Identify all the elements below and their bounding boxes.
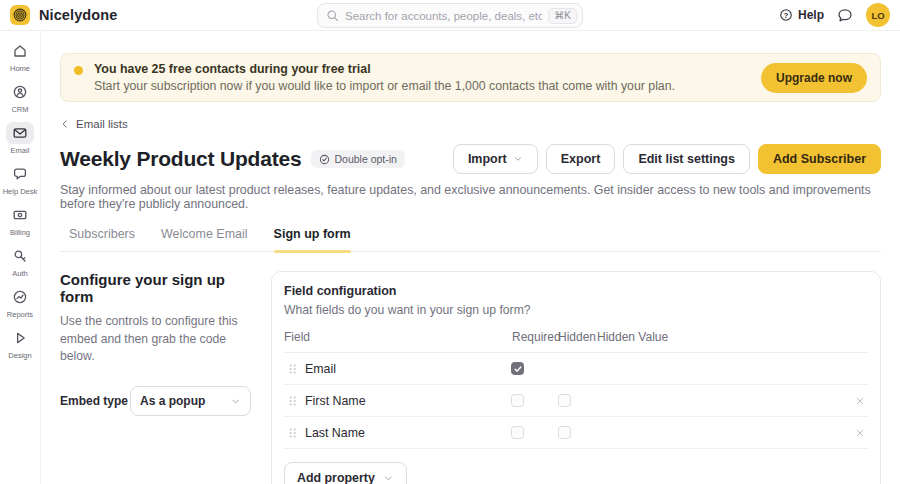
help-label: Help [798,8,824,22]
tab-subscribers[interactable]: Subscribers [69,227,135,251]
double-opt-in-badge: Double opt-in [311,150,404,168]
import-button[interactable]: Import [453,144,538,174]
help-desk-icon [12,166,28,182]
configure-description: Use the controls to configure this embed… [60,313,251,366]
upgrade-now-button[interactable]: Upgrade now [761,63,867,93]
checkbox-checked[interactable] [511,362,524,375]
field-config-title: Field configuration [284,284,868,298]
sidebar: Home CRM Email Help Desk Billing Auth Re… [0,31,41,484]
help-button[interactable]: ? Help [779,8,824,22]
field-row-last-name: Last Name [284,417,868,449]
banner-title: You have 25 free contacts during your fr… [94,62,750,76]
top-bar-right: ? Help LO [779,3,890,27]
main-content: You have 25 free contacts during your fr… [41,31,900,484]
sidebar-item-design[interactable]: Design [0,327,40,360]
chevron-left-icon [60,119,70,129]
email-icon [12,125,28,141]
banner-body: Start your subscription now if you would… [94,79,750,93]
embed-type-label: Embed type [60,394,128,408]
add-property-button[interactable]: Add property [284,462,407,484]
app-name: Nicelydone [39,7,117,23]
column-header-hidden: Hidden [552,330,597,344]
list-actions: Import Export Edit list settings Add Sub… [453,144,881,174]
search-field[interactable] [345,10,542,22]
chevron-down-icon [230,396,241,407]
chevron-down-icon [383,473,394,484]
list-description: Stay informed about our latest product r… [60,183,881,211]
tab-sign-up-form[interactable]: Sign up form [274,227,351,251]
reports-icon [12,289,28,305]
help-icon: ? [779,8,793,22]
field-row-email: Email [284,353,868,385]
crm-icon [12,84,28,100]
design-icon [12,330,28,346]
search-icon [326,9,339,22]
warning-dot-icon [74,66,83,75]
sidebar-item-home[interactable]: Home [0,40,40,73]
edit-list-settings-button[interactable]: Edit list settings [623,144,750,174]
add-subscriber-button[interactable]: Add Subscriber [758,144,881,174]
page-title: Weekly Product Updates [60,147,301,171]
field-row-first-name: First Name [284,385,868,417]
export-button[interactable]: Export [546,144,616,174]
checkbox-unchecked[interactable] [511,394,524,407]
remove-field-icon[interactable] [854,395,866,407]
back-link-email-lists[interactable]: Email lists [60,118,128,130]
chevron-down-icon [513,154,523,164]
remove-field-icon[interactable] [854,427,866,439]
chat-icon[interactable] [837,7,853,23]
drag-handle-icon[interactable] [287,426,298,440]
column-header-field: Field [284,330,505,344]
trial-banner: You have 25 free contacts during your fr… [60,53,881,102]
checkbox-unchecked[interactable] [558,394,571,407]
tab-bar: SubscribersWelcome EmailSign up form [60,227,881,252]
checkbox-unchecked[interactable] [558,426,571,439]
sidebar-item-help-desk[interactable]: Help Desk [0,163,40,196]
top-bar: Nicelydone ⌘K ? Help LO [0,0,900,31]
embed-type-select[interactable]: As a popup [130,386,251,416]
sidebar-item-reports[interactable]: Reports [0,286,40,319]
home-icon [12,43,28,59]
drag-handle-icon[interactable] [287,362,298,376]
app-logo-icon[interactable] [10,5,30,25]
billing-icon [12,207,28,223]
field-config-subtitle: What fields do you want in your sign up … [284,303,868,317]
search-shortcut-badge: ⌘K [548,8,577,24]
field-name: Last Name [305,426,505,440]
field-name: First Name [305,394,505,408]
field-name: Email [305,362,505,376]
title-row: Weekly Product Updates Double opt-in Imp… [60,144,881,174]
checkbox-unchecked[interactable] [511,426,524,439]
field-table-header: Field Required Hidden Hidden Value [284,330,868,353]
search-input[interactable]: ⌘K [317,3,583,28]
check-circle-icon [319,154,330,165]
sidebar-item-billing[interactable]: Billing [0,204,40,237]
field-configuration-card: Field configuration What fields do you w… [271,271,881,484]
configure-title: Configure your sign up form [60,271,251,305]
column-header-required: Required [505,330,552,344]
sidebar-item-email[interactable]: Email [0,122,40,155]
sidebar-item-auth[interactable]: Auth [0,245,40,278]
column-header-hidden-value: Hidden Value [597,330,846,344]
avatar[interactable]: LO [866,3,890,27]
sidebar-item-crm[interactable]: CRM [0,81,40,114]
svg-text:?: ? [784,11,789,20]
tab-welcome-email[interactable]: Welcome Email [161,227,248,251]
auth-icon [12,248,28,264]
drag-handle-icon[interactable] [287,394,298,408]
configure-panel: Configure your sign up form Use the cont… [60,271,251,416]
field-table: Field Required Hidden Hidden Value Email… [284,330,868,449]
